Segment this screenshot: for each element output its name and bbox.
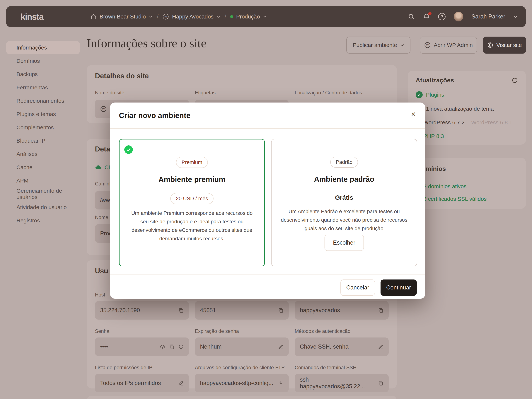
chevron-down-icon[interactable] bbox=[513, 14, 518, 19]
field-input[interactable]: Nenhum bbox=[195, 337, 289, 356]
site-name-label: Nome do site bbox=[95, 90, 189, 96]
choose-button[interactable]: Escolher bbox=[324, 234, 364, 251]
field-input[interactable]: ssh happyavocados@35.22... bbox=[295, 374, 389, 392]
breadcrumb-environment[interactable]: Produção bbox=[230, 13, 267, 20]
create-environment-modal: Criar novo ambiente × Premium Ambiente p… bbox=[110, 102, 425, 299]
field-label: Métodos de autenticação bbox=[295, 329, 389, 334]
premium-plan-card[interactable]: Premium Ambiente premium 20 USD / mês Um… bbox=[119, 139, 265, 266]
field-actions bbox=[160, 344, 184, 349]
field-input[interactable]: happyavocados bbox=[295, 301, 389, 320]
navbar-actions: ? Sarah Parker bbox=[408, 12, 518, 21]
field-actions bbox=[378, 308, 383, 313]
field-input[interactable]: •••• bbox=[95, 337, 189, 356]
updates-item-label: WordPress 6.7.2 bbox=[423, 119, 465, 126]
field-input[interactable]: 35.224.70.1590 bbox=[95, 301, 189, 320]
field-input[interactable]: happyavocados-sftp-config... bbox=[195, 374, 289, 392]
field-actions bbox=[178, 308, 184, 313]
path-label: Caminh bbox=[95, 181, 112, 187]
breadcrumb-site[interactable]: W Happy Avocados bbox=[162, 13, 221, 20]
open-wp-admin-button[interactable]: W Abrir WP Admin bbox=[420, 37, 477, 54]
copy-icon[interactable] bbox=[378, 380, 383, 386]
sidebar-item-dom-nios[interactable]: Domínios bbox=[6, 54, 80, 68]
continue-button[interactable]: Continuar bbox=[380, 279, 417, 296]
field-input[interactable]: Todos os IPs permitidos bbox=[95, 374, 189, 392]
chevron-down-icon bbox=[216, 15, 221, 19]
edit-icon[interactable] bbox=[278, 344, 284, 349]
visit-site-label: Visitar site bbox=[496, 42, 522, 48]
sidebar-item-redirecionamentos[interactable]: Redirecionamentos bbox=[6, 94, 80, 108]
refresh-icon[interactable] bbox=[178, 344, 184, 349]
field-value: •••• bbox=[100, 343, 156, 350]
field-label: Comandos de terminal SSH bbox=[295, 365, 389, 371]
updates-item[interactable]: Plugins bbox=[408, 91, 526, 98]
updates-item[interactable]: 1 nova atualização de tema bbox=[408, 106, 526, 112]
user-name: Sarah Parker bbox=[471, 13, 505, 20]
publish-environment-button[interactable]: Publicar ambiente bbox=[346, 37, 411, 54]
domains-item[interactable]: 2 certificados SSL válidos bbox=[408, 196, 526, 202]
premium-price-badge: 20 USD / mês bbox=[170, 193, 214, 204]
field-actions bbox=[378, 380, 383, 386]
chevron-down-icon bbox=[263, 15, 267, 19]
top-navbar: kinsta Brown Bear Studio / W Happy Avoca… bbox=[6, 6, 526, 27]
sidebar-item-an-lises[interactable]: Análises bbox=[6, 147, 80, 161]
copy-icon[interactable] bbox=[169, 344, 175, 349]
help-icon[interactable]: ? bbox=[438, 13, 446, 20]
copy-icon[interactable] bbox=[278, 308, 284, 313]
breadcrumb-site-label: Happy Avocados bbox=[172, 13, 214, 20]
updates-item-label: PHP 8.3 bbox=[423, 133, 444, 139]
sidebar-item-apm[interactable]: APM bbox=[6, 174, 80, 187]
standard-plan-card[interactable]: Padrão Ambiente padrão Grátis Um Ambient… bbox=[271, 139, 417, 266]
sidebar-item-registros[interactable]: Registros bbox=[6, 214, 80, 227]
search-icon[interactable] bbox=[408, 13, 415, 20]
open-wp-admin-label: Abrir WP Admin bbox=[434, 42, 473, 48]
sidebar-item-informacoes[interactable]: Informações bbox=[6, 41, 80, 54]
eye-icon[interactable] bbox=[160, 344, 165, 349]
environment-status-dot bbox=[230, 15, 233, 18]
sidebar-item-plugins-e-temas[interactable]: Plugins e temas bbox=[6, 108, 80, 121]
standard-plan-description: Um Ambiente Padrão é excelente para test… bbox=[280, 207, 408, 233]
visit-site-button[interactable]: Visitar site bbox=[483, 37, 526, 54]
domains-card: mínios 2 domínios ativos2 certificados S… bbox=[408, 158, 526, 209]
edit-icon[interactable] bbox=[178, 380, 184, 386]
kinsta-logo: kinsta bbox=[20, 12, 43, 22]
sidebar-item-backups[interactable]: Backups bbox=[6, 68, 80, 81]
field-input[interactable]: Chave SSH, senha bbox=[295, 337, 389, 356]
edit-icon[interactable] bbox=[378, 344, 383, 349]
updates-card: Atualizações Plugins1 nova atualização d… bbox=[408, 71, 526, 145]
sidebar-item-gerenciamento-de-usu-rios[interactable]: Gerenciamento de usuários bbox=[6, 187, 80, 201]
cancel-button[interactable]: Cancelar bbox=[341, 279, 375, 296]
updates-item-label: 1 nova atualização de tema bbox=[426, 106, 494, 112]
sidebar-item-complementos[interactable]: Complementos bbox=[6, 121, 80, 134]
svg-text:W: W bbox=[426, 43, 429, 47]
field-value: Chave SSH, senha bbox=[300, 343, 374, 350]
updates-item[interactable]: PHP 8.3 bbox=[408, 133, 526, 139]
updates-item[interactable]: WordPress 6.7.2WordPress 6.8.1 bbox=[408, 119, 526, 126]
tags-label: Etiquetas bbox=[195, 90, 289, 96]
environment-details-title: Deta bbox=[95, 145, 110, 153]
home-icon bbox=[90, 13, 97, 20]
site-details-title: Detalhes do site bbox=[87, 65, 397, 80]
field-input[interactable]: 45651 bbox=[195, 301, 289, 320]
breadcrumb-separator: / bbox=[225, 13, 226, 20]
wordpress-icon: W bbox=[162, 13, 169, 20]
wordpress-icon: W bbox=[424, 42, 431, 48]
notifications-bell-icon[interactable] bbox=[423, 13, 430, 20]
sidebar-item-cache[interactable]: Cache bbox=[6, 161, 80, 174]
domains-title: mínios bbox=[426, 165, 446, 172]
breadcrumb-company[interactable]: Brown Bear Studio bbox=[90, 13, 153, 20]
copy-icon[interactable] bbox=[378, 308, 383, 313]
domains-item[interactable]: 2 domínios ativos bbox=[408, 183, 526, 190]
breadcrumb-company-label: Brown Bear Studio bbox=[100, 13, 146, 20]
avatar[interactable] bbox=[454, 12, 463, 21]
download-icon[interactable] bbox=[278, 380, 284, 386]
breadcrumb-environment-label: Produção bbox=[236, 13, 260, 20]
copy-icon[interactable] bbox=[178, 308, 184, 313]
sidebar-item-atividade-do-usu-rio[interactable]: Atividade do usuário bbox=[6, 201, 80, 214]
refresh-icon[interactable] bbox=[512, 77, 518, 84]
field-value: ssh happyavocados@35.22... bbox=[300, 376, 374, 390]
sidebar-nav: InformaçõesDomíniosBackupsFerramentasRed… bbox=[6, 41, 80, 227]
sidebar-item-ferramentas[interactable]: Ferramentas bbox=[6, 81, 80, 94]
path-value: /ww bbox=[100, 197, 110, 203]
close-icon[interactable]: × bbox=[411, 110, 416, 118]
sidebar-item-bloquear-ip[interactable]: Bloquear IP bbox=[6, 134, 80, 147]
